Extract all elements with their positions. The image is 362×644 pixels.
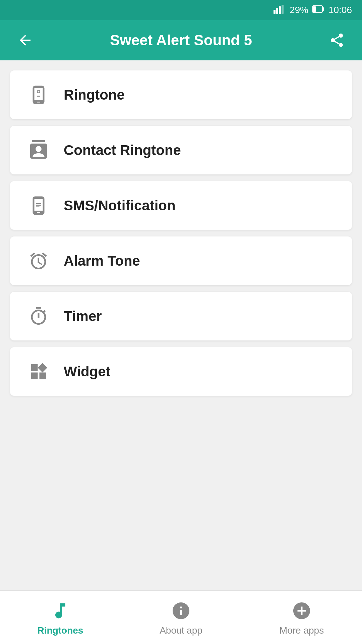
ringtone-label: Ringtone [64,87,125,103]
widget-icon [27,360,50,383]
menu-item-timer[interactable]: Timer [10,292,352,340]
svg-rect-3 [282,5,284,14]
about-app-nav-label: About app [160,625,202,636]
music-note-icon [49,599,72,623]
time: 10:06 [328,5,352,15]
nav-item-more-apps[interactable]: More apps [241,599,362,636]
contact-ringtone-label: Contact Ringtone [64,142,181,158]
nav-item-about-app[interactable]: About app [121,599,241,636]
menu-item-ringtone[interactable]: Ringtone [10,70,352,119]
timer-icon [27,305,50,328]
svg-rect-1 [276,8,278,14]
ringtone-icon [27,83,50,107]
sms-icon [27,194,50,217]
menu-item-widget[interactable]: Widget [10,347,352,396]
alarm-tone-label: Alarm Tone [64,253,140,269]
status-bar: 29% 10:06 [0,0,362,20]
ringtones-nav-label: Ringtones [38,625,83,636]
bottom-nav: Ringtones About app More apps [0,590,362,644]
battery-icon [312,4,324,16]
info-icon [169,599,193,623]
nav-item-ringtones[interactable]: Ringtones [0,599,121,636]
signal-icon [274,4,286,16]
share-button[interactable] [325,29,349,52]
page-title: Sweet Alert Sound 5 [37,32,325,49]
sms-notification-label: SMS/Notification [64,198,176,214]
app-bar: Sweet Alert Sound 5 [0,20,362,60]
svg-rect-5 [322,7,324,11]
alarm-icon [27,249,50,273]
widget-label: Widget [64,364,111,380]
menu-list: Ringtone Contact Ringtone SMS/Notificati… [0,60,362,396]
svg-rect-2 [279,6,281,14]
svg-rect-0 [274,10,276,14]
plus-circle-icon [290,599,313,623]
menu-item-alarm-tone[interactable]: Alarm Tone [10,236,352,285]
menu-item-sms-notification[interactable]: SMS/Notification [10,181,352,230]
back-button[interactable] [13,29,37,52]
more-apps-nav-label: More apps [280,625,324,636]
svg-rect-6 [313,6,316,12]
menu-item-contact-ringtone[interactable]: Contact Ringtone [10,126,352,174]
timer-label: Timer [64,308,102,324]
battery-percent: 29% [290,5,308,15]
contact-icon [27,139,50,162]
